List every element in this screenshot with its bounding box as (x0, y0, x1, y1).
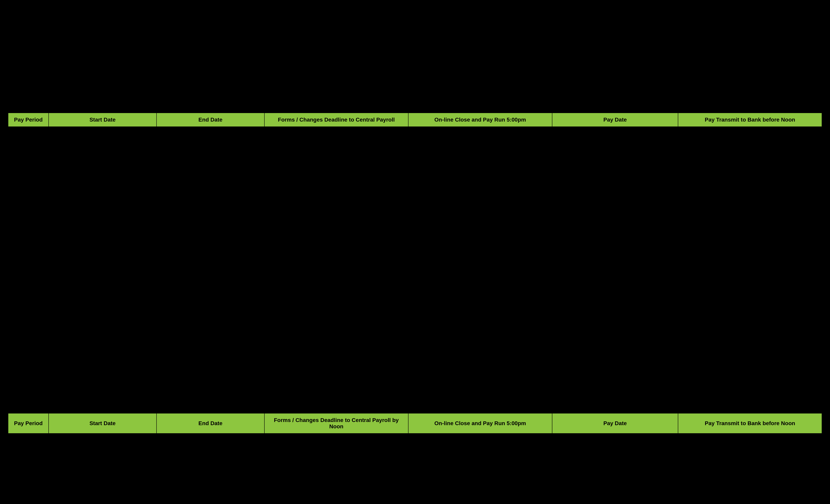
top-col-end-date: End Date (157, 113, 264, 127)
top-col-pay-date: Pay Date (552, 113, 678, 127)
bottom-col-pay-transmit: Pay Transmit to Bank before Noon (678, 413, 822, 434)
bottom-col-pay-date: Pay Date (552, 413, 678, 434)
bottom-payroll-table: Pay Period Start Date End Date Forms / C… (8, 413, 822, 434)
top-col-forms-deadline: Forms / Changes Deadline to Central Payr… (264, 113, 408, 127)
bottom-table-container: Pay Period Start Date End Date Forms / C… (8, 413, 822, 434)
top-col-pay-period: Pay Period (8, 113, 49, 127)
top-payroll-table: Pay Period Start Date End Date Forms / C… (8, 113, 822, 127)
top-col-start-date: Start Date (49, 113, 157, 127)
bottom-col-end-date: End Date (157, 413, 264, 434)
bottom-col-online-close: On-line Close and Pay Run 5:00pm (408, 413, 552, 434)
bottom-col-start-date: Start Date (49, 413, 157, 434)
top-col-pay-transmit: Pay Transmit to Bank before Noon (678, 113, 822, 127)
bottom-col-pay-period: Pay Period (8, 413, 49, 434)
top-col-online-close: On-line Close and Pay Run 5:00pm (408, 113, 552, 127)
top-table-container: Pay Period Start Date End Date Forms / C… (8, 113, 822, 127)
bottom-col-forms-deadline: Forms / Changes Deadline to Central Payr… (264, 413, 408, 434)
